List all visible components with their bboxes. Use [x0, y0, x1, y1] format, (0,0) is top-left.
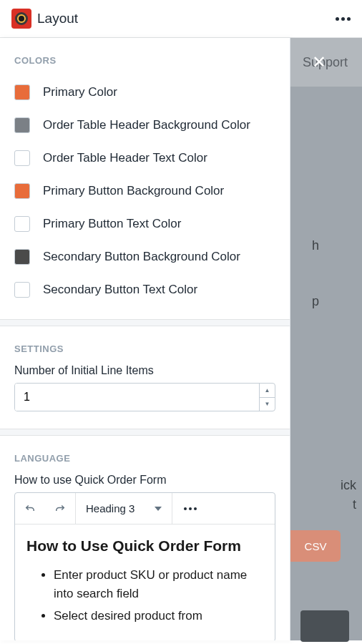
- editor-toolbar: Heading 3: [15, 493, 275, 525]
- list-item: Select desired product from: [54, 607, 263, 625]
- toolbar-more-button[interactable]: [172, 493, 208, 524]
- language-body: How to use Quick Order Form Heading 3: [0, 474, 290, 640]
- color-swatch[interactable]: [14, 183, 30, 199]
- color-swatch[interactable]: [14, 117, 30, 133]
- colors-list: Primary ColorOrder Table Header Backgrou…: [0, 76, 290, 319]
- color-item[interactable]: Primary Color: [14, 76, 275, 109]
- colors-section-header: Colors: [0, 38, 290, 76]
- color-item[interactable]: Secondary Button Text Color: [14, 273, 275, 306]
- howto-label: How to use Quick Order Form: [14, 474, 275, 487]
- color-label: Order Table Header Background Color: [43, 118, 250, 132]
- partial-text: p: [312, 294, 319, 309]
- redo-icon: [54, 502, 67, 515]
- color-swatch[interactable]: [14, 84, 30, 100]
- settings-section-header: Settings: [0, 326, 290, 364]
- language-section-header: Language: [0, 436, 290, 474]
- more-options-icon[interactable]: [336, 17, 351, 21]
- color-swatch[interactable]: [14, 150, 30, 166]
- main-area: Colors Primary ColorOrder Table Header B…: [0, 38, 362, 640]
- editor-heading: How to Use Quick Order Form: [26, 537, 263, 555]
- line-items-input[interactable]: [15, 384, 259, 411]
- chevron-down-icon: [155, 507, 162, 511]
- settings-panel: Colors Primary ColorOrder Table Header B…: [0, 38, 290, 640]
- color-label: Order Table Header Text Color: [43, 151, 207, 165]
- partial-text-block: ick t: [290, 476, 356, 514]
- heading-dropdown[interactable]: Heading 3: [76, 502, 172, 514]
- stepper-down-icon[interactable]: ▼: [260, 398, 275, 411]
- stepper-buttons[interactable]: ▲ ▼: [259, 384, 275, 411]
- section-divider: [0, 319, 290, 326]
- color-label: Secondary Button Background Color: [43, 250, 240, 264]
- preview-header: ✕ Support: [290, 38, 362, 87]
- editor-content[interactable]: How to Use Quick Order Form Enter produc…: [15, 525, 275, 640]
- color-item[interactable]: Primary Button Text Color: [14, 208, 275, 240]
- settings-body: Number of Initial Line Items ▲ ▼: [0, 364, 290, 429]
- line-items-stepper[interactable]: ▲ ▼: [14, 383, 275, 411]
- list-item: Enter product SKU or product name into s…: [54, 566, 263, 604]
- color-label: Primary Button Text Color: [43, 217, 181, 231]
- undo-button[interactable]: [15, 493, 45, 525]
- topbar-left: Layout: [11, 9, 78, 29]
- section-divider: [0, 429, 290, 436]
- color-item[interactable]: Order Table Header Text Color: [14, 142, 275, 175]
- close-icon[interactable]: ✕: [312, 52, 326, 72]
- color-swatch[interactable]: [14, 249, 30, 265]
- dark-button[interactable]: [300, 610, 349, 642]
- page-title: Layout: [37, 11, 78, 26]
- partial-text: h: [312, 238, 319, 253]
- color-label: Primary Color: [43, 85, 117, 99]
- rich-text-editor: Heading 3 How to Use Quick Order Form En…: [14, 492, 275, 640]
- color-label: Primary Button Background Color: [43, 184, 224, 198]
- heading-dropdown-label: Heading 3: [86, 502, 134, 514]
- top-bar: Layout: [0, 0, 362, 38]
- color-swatch[interactable]: [14, 282, 30, 298]
- editor-bullet-list: Enter product SKU or product name into s…: [26, 566, 263, 625]
- color-item[interactable]: Primary Button Background Color: [14, 175, 275, 208]
- redo-button[interactable]: [45, 493, 75, 525]
- csv-button[interactable]: CSV: [290, 530, 341, 562]
- color-swatch[interactable]: [14, 216, 30, 232]
- color-item[interactable]: Secondary Button Background Color: [14, 240, 275, 273]
- app-logo-icon: [11, 9, 31, 29]
- color-label: Secondary Button Text Color: [43, 283, 197, 297]
- color-item[interactable]: Order Table Header Background Color: [14, 109, 275, 142]
- line-items-label: Number of Initial Line Items: [14, 364, 275, 377]
- background-preview: ✕ Support h p ick t CSV: [290, 38, 362, 640]
- undo-icon: [24, 502, 36, 515]
- stepper-up-icon[interactable]: ▲: [260, 384, 275, 398]
